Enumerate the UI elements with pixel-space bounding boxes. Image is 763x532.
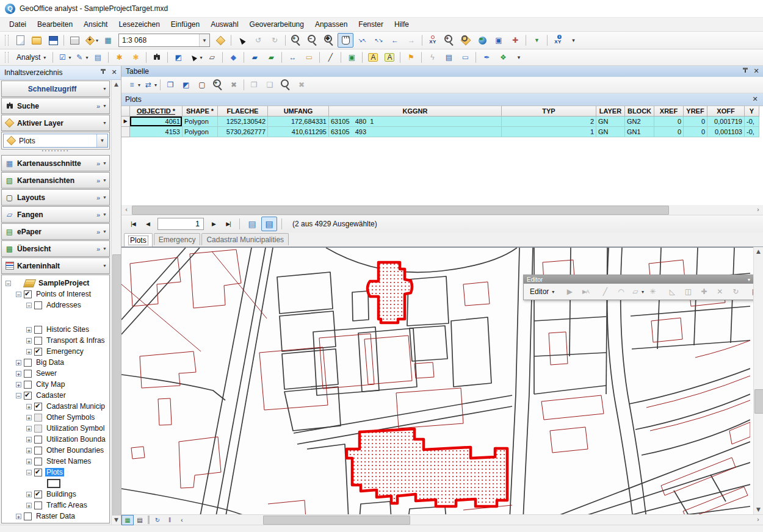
polygon-select-icon[interactable]: ▱ ▾ bbox=[204, 50, 220, 65]
close-icon[interactable]: ✕ bbox=[110, 68, 118, 77]
ink-pen-icon[interactable]: ✒ ▾ bbox=[479, 50, 494, 65]
zoom-selected-icon[interactable]: + ▾ bbox=[441, 33, 457, 48]
attribute-table[interactable]: OBJECTID *SHAPE *FLAECHEUMFANGKGGNRTYPLA… bbox=[121, 106, 763, 205]
label-priority-icon[interactable]: A ▾ bbox=[382, 50, 397, 65]
form-page-icon[interactable]: ▤ ▾ bbox=[90, 50, 106, 65]
column-header-xref[interactable]: XREF bbox=[654, 106, 684, 117]
expand-chevron-icon[interactable]: » bbox=[96, 177, 100, 184]
legend-symbol[interactable] bbox=[47, 479, 60, 488]
goto-diamond-icon[interactable]: ▾ bbox=[212, 33, 228, 48]
expand-icon[interactable]: + bbox=[26, 492, 32, 497]
add-data-icon[interactable]: + ▾ bbox=[83, 33, 99, 48]
collapse-icon[interactable]: − bbox=[26, 470, 32, 475]
globe-icon[interactable]: ▾ bbox=[474, 33, 490, 48]
fixed-zoom-in-icon[interactable]: ↘↖ ▾ bbox=[354, 33, 370, 48]
collapse-icon[interactable]: − bbox=[26, 303, 32, 308]
column-header-objectid[interactable]: OBJECTID * bbox=[130, 106, 183, 117]
section-schnellzugriff[interactable]: Schnellzugriff » ▼ bbox=[1, 81, 110, 97]
move-tool-icon[interactable]: ✚ ▾ bbox=[696, 284, 712, 299]
table-cell[interactable]: 410,611295 bbox=[268, 127, 329, 137]
tab-cadastral-municipalities[interactable]: Cadastral Municipalities bbox=[201, 233, 289, 245]
layer-checkbox[interactable] bbox=[24, 290, 32, 298]
annotation-flag-icon[interactable]: ⚑ ▾ bbox=[403, 50, 419, 65]
column-header-xoff[interactable]: XOFF bbox=[707, 106, 745, 117]
search-diamond-icon[interactable]: ▾ bbox=[458, 33, 474, 48]
tree-item-plots[interactable]: −Plots bbox=[2, 467, 109, 478]
scrollbar-thumb[interactable] bbox=[263, 516, 410, 525]
puzzle-icon[interactable]: ❖ ▾ bbox=[495, 50, 511, 65]
tree-item-cadaster[interactable]: −Cadaster bbox=[2, 390, 109, 401]
edit-tool-icon[interactable]: ▶ ▾ bbox=[562, 284, 577, 299]
table-row[interactable]: 4153Polygon5730,262777410,61129563105 49… bbox=[121, 127, 763, 137]
refresh-view-button[interactable]: ↻ bbox=[151, 515, 164, 525]
menu-lesezeichen[interactable]: Lesezeichen bbox=[113, 18, 165, 31]
back-extent-icon[interactable]: ← ▾ bbox=[387, 33, 403, 48]
chevron-down-icon[interactable]: ▼ bbox=[103, 87, 107, 91]
chevron-down-icon[interactable]: ▼ bbox=[96, 134, 107, 147]
forward-extent-icon[interactable]: → ▾ bbox=[403, 33, 419, 48]
active-layer-combobox[interactable]: Plots ▼ bbox=[3, 134, 108, 148]
tree-item-sewer[interactable]: +Sewer bbox=[2, 368, 109, 379]
table-cell[interactable]: 0 bbox=[654, 117, 684, 127]
data-view-button[interactable]: ▦ bbox=[121, 515, 134, 525]
layer-checkbox[interactable] bbox=[34, 414, 42, 422]
expand-icon[interactable]: + bbox=[26, 404, 32, 409]
event-icon[interactable]: ✱ ▾ bbox=[128, 50, 143, 65]
form-edit-icon[interactable]: ✎ ▾ bbox=[73, 50, 89, 65]
fixed-zoom-out-icon[interactable]: ↖↘ ▾ bbox=[371, 33, 386, 48]
point-intersection-icon[interactable]: ✳ ▾ bbox=[645, 284, 660, 299]
menu-anpassen[interactable]: Anpassen bbox=[309, 18, 353, 31]
row-marker[interactable]: ▶ bbox=[121, 117, 130, 127]
column-header-shape[interactable]: SHAPE * bbox=[183, 106, 218, 117]
expand-icon[interactable]: + bbox=[26, 415, 32, 420]
chevron-down-icon[interactable]: ▼ bbox=[103, 121, 107, 125]
pan-icon[interactable]: ▾ bbox=[338, 33, 353, 48]
tree-item-other-boundaries[interactable]: +Other Boundaries bbox=[2, 445, 109, 456]
tree-item-addresses[interactable]: −Addresses bbox=[2, 300, 109, 311]
close-icon[interactable]: ✕ bbox=[751, 95, 759, 104]
section-layouts[interactable]: ▢ Layouts » ▼ bbox=[1, 189, 110, 206]
table-cell[interactable]: Polygon bbox=[183, 127, 218, 137]
expand-icon[interactable]: + bbox=[26, 349, 32, 354]
scroll-up-icon[interactable]: ▲ bbox=[112, 80, 121, 89]
highlight-selected-icon[interactable]: ❐ ▾ bbox=[162, 77, 178, 92]
viewer-window-icon[interactable]: ▣ ▾ bbox=[491, 33, 507, 48]
menu-auswahl[interactable]: Auswahl bbox=[205, 18, 244, 31]
toolbar-grip[interactable] bbox=[5, 35, 9, 46]
label-icon[interactable]: A ▾ bbox=[365, 50, 381, 65]
chevron-down-icon[interactable]: ▼ bbox=[103, 161, 107, 165]
zoom-in-icon[interactable]: + ▾ bbox=[288, 33, 304, 48]
menu-hilfe[interactable]: Hilfe bbox=[389, 18, 414, 31]
section-suche[interactable]: Suche » ▼ bbox=[1, 98, 110, 114]
tree-item-big-data[interactable]: +Big Data bbox=[2, 357, 109, 368]
chevron-down-icon[interactable]: ▼ bbox=[103, 104, 107, 108]
menu-einfuegen[interactable]: Einfügen bbox=[165, 18, 205, 31]
section-kartenausschnitte[interactable]: ▦ Kartenausschnitte » ▼ bbox=[1, 155, 110, 171]
scroll-right-icon[interactable]: › bbox=[753, 205, 763, 215]
table-row[interactable]: ▶4061Polygon1252,130542172,68433163105 4… bbox=[121, 117, 763, 127]
open-folder-icon[interactable]: ▾ bbox=[29, 33, 45, 48]
delete-rows-icon[interactable]: ✖ ▾ bbox=[294, 77, 309, 92]
switch-selection-icon[interactable]: ◩ ▾ bbox=[178, 77, 194, 92]
table-cell[interactable]: 1 bbox=[502, 127, 596, 137]
chevron-down-icon[interactable]: ▼ bbox=[103, 246, 107, 251]
expand-icon[interactable]: + bbox=[26, 426, 32, 431]
scroll-right-icon[interactable]: › bbox=[753, 515, 763, 525]
tree-item-emergency[interactable]: +Emergency bbox=[2, 346, 109, 357]
table-cell[interactable]: GN bbox=[596, 117, 625, 127]
map-scroll-left-button[interactable]: ‹ bbox=[176, 515, 188, 525]
copy-rows-icon[interactable]: ❐ ▾ bbox=[246, 77, 262, 92]
map-canvas[interactable]: Editor ▼ ✕ Editor ▾ bbox=[121, 247, 753, 514]
tab-emergency[interactable]: Emergency bbox=[154, 233, 201, 245]
section-epaper[interactable]: ▤ ePaper » ▼ bbox=[1, 223, 110, 240]
select-features-icon[interactable]: ◩ ▾ bbox=[170, 50, 186, 65]
layer-checkbox[interactable] bbox=[34, 469, 42, 476]
select-cursor-icon[interactable]: ▾ bbox=[234, 33, 250, 48]
layer-checkbox[interactable] bbox=[34, 403, 42, 411]
print-icon[interactable]: ▾ bbox=[67, 33, 82, 48]
table-cell[interactable]: -0, bbox=[745, 117, 759, 127]
edit-annotation-tool-icon[interactable]: ▶A ▾ bbox=[577, 284, 593, 299]
layer-checkbox[interactable] bbox=[34, 491, 42, 498]
toolbar1-overflow[interactable]: ▾ ▾ bbox=[566, 33, 580, 48]
save-icon[interactable]: ▾ bbox=[45, 33, 61, 48]
